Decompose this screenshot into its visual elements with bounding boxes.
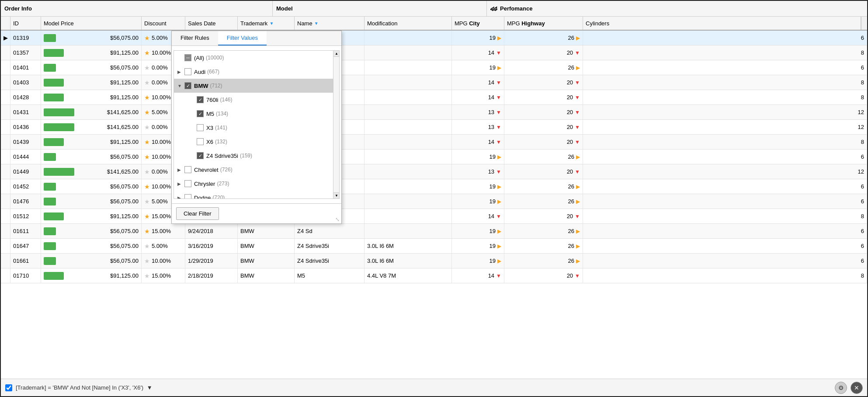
table-row[interactable]: 01452$56,075.00★10.00%4/13/2019BMWZ4 Sd1… (1, 179, 867, 194)
table-row[interactable]: 01428$91,125.00★10.00%10/13/2018BMWM514▼… (1, 90, 867, 105)
cell-cylinders: 8 (583, 135, 867, 149)
filter-item-label-text: BMW (194, 83, 208, 89)
col-header-mpg-highway[interactable]: MPG Highway (504, 17, 583, 30)
mpg-city-trend-icon: ▼ (496, 169, 501, 175)
filter-item-label-text: Chevrolet (194, 167, 219, 173)
col-header-model-price[interactable]: Model Price (41, 17, 142, 30)
cell-id: 01357 (10, 45, 41, 60)
group-order-info: Order Info (1, 1, 273, 16)
cell-id: 01647 (10, 239, 41, 253)
table-row[interactable]: 01710$91,125.00★15.00%2/18/2019BMWM54.4L… (1, 268, 867, 283)
table-row[interactable]: 01647$56,075.00★5.00%3/16/2019BMWZ4 Sdri… (1, 239, 867, 254)
filter-item-checkbox[interactable] (184, 68, 191, 75)
table-row[interactable]: 01439$91,125.00★10.00%7/7/2018BMWM514▼20… (1, 135, 867, 150)
filter-expand-arrow-icon[interactable]: ▼ (177, 84, 184, 88)
table-row[interactable]: 01449$141,625.00★0.00%1/19/2019BMW760li1… (1, 164, 867, 179)
filter-scrollbar-track (333, 57, 339, 192)
filter-list-item[interactable]: ✓760li(146) (174, 93, 339, 107)
filter-item-checkbox[interactable]: ✓ (197, 110, 204, 117)
filter-list-item[interactable]: ▶Dodge(720) (174, 191, 339, 199)
filter-scroll-area[interactable]: ─(All)(10000)▶Audi(667)▼✓BMW(712)✓760li(… (174, 50, 340, 199)
mpg-city-trend-icon: ▼ (496, 124, 501, 130)
footer-close-button[interactable]: ✕ (851, 382, 863, 394)
table-row[interactable]: 01661$56,075.00★10.00%1/29/2019BMWZ4 Sdr… (1, 254, 867, 268)
table-row[interactable]: 01403$91,125.00★0.00%12/25/2018BMWM514▼2… (1, 75, 867, 90)
table-row[interactable]: 01357$91,125.00★10.00%12/9/2018BMWM514▼2… (1, 45, 867, 60)
filter-item-checkbox[interactable] (184, 180, 191, 187)
table-row[interactable]: 01512$91,125.00★15.00%4/13/2019BMWM514▼2… (1, 209, 867, 224)
mpg-city-trend-icon: ▼ (496, 213, 501, 219)
table-row[interactable]: ▶01319$56,075.00★5.00%3/8/2019BMWZ4 Sd19… (1, 31, 867, 45)
filter-list-item[interactable]: ✓Z4 Sdrive35i(159) (174, 149, 339, 163)
filter-expression-dropdown-icon[interactable]: ▼ (147, 384, 153, 391)
col-header-discount[interactable]: Discount (142, 17, 185, 30)
cell-modification: 4.4L V8 7M (365, 268, 452, 283)
table-row[interactable]: 01444$56,075.00★10.00%6/24/2018BMWZ4 Sd1… (1, 150, 867, 164)
filter-list-item[interactable]: X6(132) (174, 135, 339, 149)
table-row[interactable]: 01436$141,625.00★0.00%5/10/2018BMW760li1… (1, 120, 867, 135)
star-icon: ★ (144, 49, 150, 56)
cell-mpg-highway: 20▼ (504, 135, 583, 149)
col-header-mpg-city[interactable]: MPG City (452, 17, 504, 30)
filter-item-checkbox[interactable]: ✓ (197, 152, 204, 159)
cell-mpg-city: 19▶ (452, 239, 504, 253)
name-filter-icon[interactable]: ▼ (314, 21, 319, 26)
filter-item-checkbox[interactable]: ✓ (197, 96, 204, 103)
filter-list-item[interactable]: ▼✓BMW(712) (174, 79, 339, 93)
filter-item-checkbox[interactable]: ✓ (184, 82, 191, 89)
mpg-highway-trend-icon: ▼ (575, 80, 580, 86)
filter-list-item[interactable]: X3(141) (174, 121, 339, 135)
table-row[interactable]: 01476$56,075.00★5.00%4/30/2018BMWZ4 Sd19… (1, 194, 867, 209)
cell-mpg-city: 19▶ (452, 254, 504, 268)
cell-name: Z4 Sd (295, 224, 365, 238)
cell-modification (365, 105, 452, 119)
filter-item-label-text: X3 (206, 125, 213, 131)
footer-settings-button[interactable]: ⚙ (835, 382, 847, 394)
row-selected-indicator (1, 105, 10, 119)
trademark-filter-icon[interactable]: ▼ (269, 21, 274, 26)
filter-list-item[interactable]: ✓M5(134) (174, 107, 339, 121)
filter-item-checkbox[interactable] (184, 166, 191, 173)
cell-sales-date: 2/18/2019 (185, 268, 238, 283)
col-header-modification[interactable]: Modification (365, 17, 452, 30)
filter-list-item[interactable]: ▶Chrysler(273) (174, 177, 339, 191)
cell-modification (365, 194, 452, 209)
mpg-city-trend-icon: ▼ (496, 80, 501, 86)
filter-item-checkbox[interactable] (197, 138, 204, 145)
table-row[interactable]: 01431$141,625.00★5.00%1/8/2019BMW760li13… (1, 105, 867, 120)
mpg-highway-trend-icon: ▼ (575, 124, 580, 130)
filter-item-checkbox[interactable]: ─ (184, 54, 191, 61)
cell-id: 01476 (10, 194, 41, 209)
data-rows[interactable]: ▶01319$56,075.00★5.00%3/8/2019BMWZ4 Sd19… (1, 31, 867, 379)
filter-list-item[interactable]: ▶Audi(667) (174, 65, 339, 79)
filter-expand-arrow-icon[interactable]: ▶ (177, 70, 184, 74)
filter-item-checkbox[interactable] (184, 194, 191, 199)
filter-expand-arrow-icon[interactable]: ▶ (177, 167, 184, 172)
price-bar (44, 183, 56, 191)
resize-handle[interactable]: ⤡ (334, 216, 340, 223)
star-icon: ★ (144, 139, 150, 146)
cell-id: 01444 (10, 150, 41, 164)
table-row[interactable]: 01401$56,075.00★0.00%3/10/2019BMWZ4 Sd19… (1, 60, 867, 75)
col-header-name[interactable]: Name ▼ (295, 17, 365, 30)
col-header-id[interactable]: ID (10, 17, 41, 30)
filter-tab-values[interactable]: Filter Values (218, 31, 267, 45)
filter-scrollbar-down[interactable]: ▼ (333, 192, 340, 198)
clear-filter-button[interactable]: Clear Filter (176, 207, 219, 220)
col-header-cylinders[interactable]: Cylinders (583, 17, 861, 30)
filter-scrollbar-up[interactable]: ▲ (333, 51, 340, 57)
filter-list-item[interactable]: ▶Chevrolet(726) (174, 163, 339, 177)
cell-model-price: $91,125.00 (41, 135, 142, 149)
star-icon: ★ (144, 168, 150, 175)
cell-mpg-highway: 26▶ (504, 239, 583, 253)
table-row[interactable]: 01611$56,075.00★15.00%9/24/2018BMWZ4 Sd1… (1, 224, 867, 239)
filter-expand-arrow-icon[interactable]: ▶ (177, 181, 184, 186)
group-model: Model (273, 1, 487, 16)
filter-tab-rules[interactable]: Filter Rules (172, 31, 218, 45)
col-header-trademark[interactable]: Trademark ▼ (238, 17, 295, 30)
col-header-sales-date[interactable]: Sales Date (185, 17, 238, 30)
filter-list-item[interactable]: ─(All)(10000) (174, 51, 339, 65)
footer-select-all-checkbox[interactable] (5, 384, 12, 391)
filter-item-checkbox[interactable] (197, 124, 204, 131)
filter-expand-arrow-icon[interactable]: ▶ (177, 195, 184, 199)
